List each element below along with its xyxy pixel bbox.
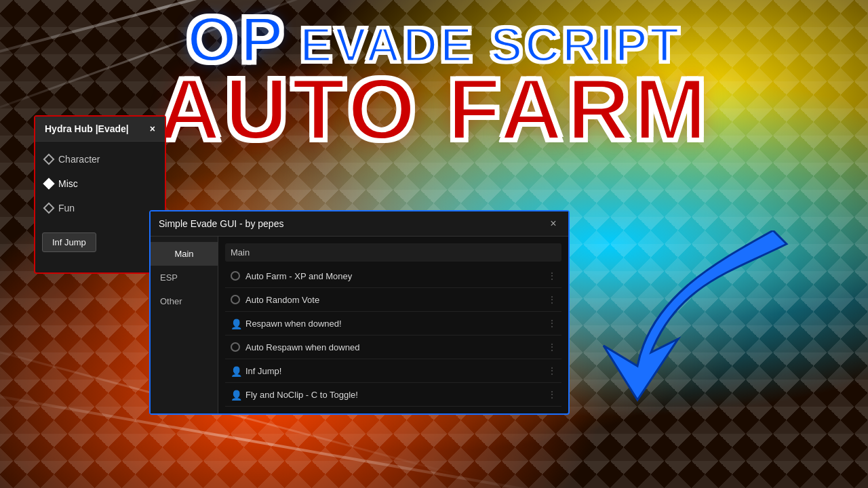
- evade-item-autorespawn[interactable]: Auto Respawn when downed ⋮: [225, 336, 561, 359]
- evade-item-respawn[interactable]: 👤 Respawn when downed! ⋮: [225, 312, 561, 336]
- label-autorespawn: Auto Respawn when downed: [245, 342, 359, 352]
- nav-item-fun[interactable]: Fun: [35, 196, 165, 220]
- nav-label-character: Character: [58, 154, 100, 165]
- hydra-panel: Hydra Hub |Evade| × Character Misc Fun I…: [34, 115, 166, 274]
- radio-autofarm: [231, 271, 240, 281]
- evade-item-autofarm[interactable]: Auto Farm - XP and Money ⋮: [225, 264, 561, 288]
- evade-gui: Simple Evade GUI - by pepes × Main ESP O…: [149, 210, 570, 415]
- label-respawn: Respawn when downed!: [245, 319, 342, 329]
- evade-tab-main[interactable]: Main: [151, 242, 218, 266]
- hydra-close-btn[interactable]: ×: [150, 123, 155, 134]
- label-autorandom: Auto Random Vote: [245, 295, 319, 305]
- dots-autorespawn: ⋮: [547, 342, 556, 352]
- icon-fly: 👤: [231, 390, 240, 399]
- nav-diamond-fun: [43, 203, 55, 214]
- nav-item-misc[interactable]: Misc: [35, 171, 165, 196]
- label-fly: Fly and NoClip - C to Toggle!: [245, 390, 358, 400]
- icon-infjump: 👤: [231, 366, 240, 375]
- evade-body: Main ESP Other Main Auto Farm - XP and M…: [151, 237, 568, 413]
- arrow-decoration: [597, 230, 800, 420]
- hydra-content: Inf Jump: [35, 226, 165, 259]
- dots-respawn: ⋮: [547, 318, 556, 329]
- evade-item-fly[interactable]: 👤 Fly and NoClip - C to Toggle! ⋮: [225, 383, 561, 407]
- label-infjump: Inf Jump!: [245, 366, 281, 376]
- evade-sidebar: Main ESP Other: [151, 237, 218, 413]
- evade-item-infjump[interactable]: 👤 Inf Jump! ⋮: [225, 359, 561, 383]
- hydra-header: Hydra Hub |Evade| ×: [35, 117, 165, 142]
- nav-item-character[interactable]: Character: [35, 147, 165, 171]
- nav-diamond-misc: [43, 178, 55, 190]
- evade-titlebar: Simple Evade GUI - by pepes ×: [151, 211, 568, 237]
- nav-label-fun: Fun: [58, 203, 75, 214]
- title-autofarm: AUTO FARM: [157, 60, 710, 159]
- evade-main-content: Main Auto Farm - XP and Money ⋮ Auto Ran…: [218, 237, 568, 413]
- evade-tab-other[interactable]: Other: [151, 289, 218, 313]
- radio-autorandom: [231, 295, 240, 304]
- radio-autorespawn: [231, 342, 240, 352]
- evade-close-btn[interactable]: ×: [547, 217, 560, 230]
- dots-autorandom: ⋮: [547, 294, 556, 305]
- evade-item-autorandom[interactable]: Auto Random Vote ⋮: [225, 288, 561, 312]
- dots-infjump: ⋮: [547, 365, 556, 376]
- evade-gui-title: Simple Evade GUI - by pepes: [159, 218, 283, 229]
- dots-autofarm: ⋮: [547, 270, 556, 281]
- evade-section-title: Main: [225, 243, 561, 262]
- icon-respawn: 👤: [231, 319, 240, 328]
- hydra-nav: Character Misc Fun: [35, 142, 165, 226]
- inf-jump-button[interactable]: Inf Jump: [42, 232, 96, 252]
- nav-diamond-character: [43, 154, 55, 165]
- label-autofarm: Auto Farm - XP and Money: [245, 271, 352, 281]
- dots-fly: ⋮: [547, 389, 556, 400]
- nav-label-misc: Misc: [58, 178, 78, 189]
- evade-tab-esp[interactable]: ESP: [151, 266, 218, 289]
- hydra-title: Hydra Hub |Evade|: [45, 123, 129, 134]
